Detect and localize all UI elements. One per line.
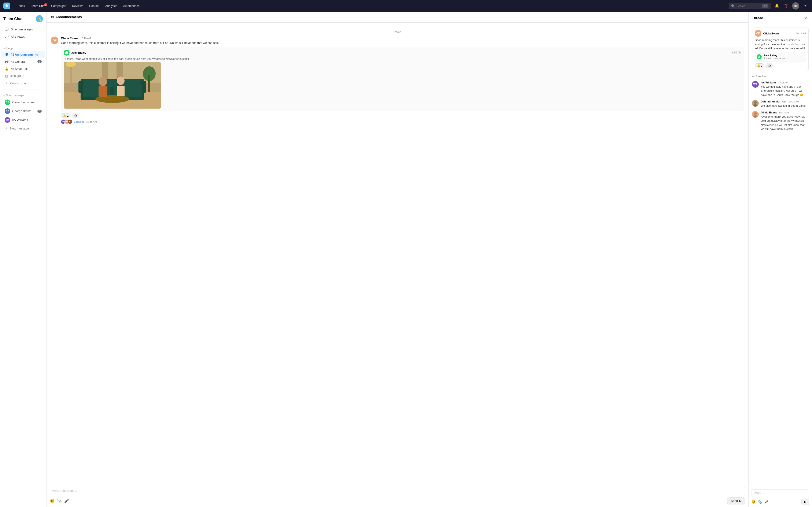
sidebar-groups-section: ▾ Groups 👤 #1 Announcements 👥 #2 General… [0, 45, 46, 88]
george-badge: 3 [38, 110, 42, 113]
johnathan-reply-time: 10:25 AM [789, 100, 799, 103]
thread-attachment-button[interactable]: 📎 [758, 500, 762, 504]
nav-team-chat[interactable]: Team Chat 2 [28, 3, 48, 9]
search-input[interactable] [737, 4, 760, 8]
johnathan-thread-avatar [752, 100, 759, 107]
message-author: Olivia Evans [61, 37, 79, 40]
thread-panel-header: Thread ✕ [749, 12, 812, 24]
sidebar-item-announcements[interactable]: 👤 #1 Announcements [1, 51, 45, 58]
quoted-image [64, 62, 161, 109]
ivy-reply-time: 10:16 AM [778, 81, 788, 84]
sidebar: Team Chat ✏️ 💬 Direct messages 💭 All thr… [0, 12, 47, 507]
audio-button[interactable]: 🎤 [64, 499, 69, 503]
svg-point-0 [5, 4, 8, 7]
sidebar-item-new-message[interactable]: ＋ New message [1, 124, 45, 132]
thread-reaction-count: 2 [761, 64, 762, 67]
sidebar-item-all-threads[interactable]: 💭 All threads [1, 33, 45, 40]
thread-reply-input[interactable]: Reply ... [752, 490, 809, 497]
compose-button[interactable]: ✏️ [36, 15, 43, 22]
johnathan-reply-name: Johnathan Morrison [761, 100, 787, 103]
quoted-message: Jack Bailey 9:55 AM Hi there, I was wond… [61, 47, 744, 111]
sidebar-groups-header[interactable]: ▾ Groups [0, 45, 46, 51]
nav-inbox[interactable]: Inbox [15, 3, 28, 9]
sidebar-header: Team Chat ✏️ [0, 12, 46, 25]
sidebar-dm-ivy[interactable]: IW Ivy Williams [1, 116, 45, 124]
olivia-reply-time: 10:38 AM [779, 111, 789, 114]
thread-thumbsup-emoji: 👍 [757, 64, 760, 67]
nav-contact[interactable]: Contact [87, 3, 102, 9]
ivy-avatar: IW [5, 117, 10, 123]
sidebar-dm-header[interactable]: ▾ Direct messages [0, 92, 46, 98]
sidebar-item-small-talk[interactable]: 🔒 #3 Small Talk [1, 65, 45, 72]
thread-reply-olivia: Olivia Evans 10:38 AM Awesome, thank you… [752, 111, 809, 131]
thread-quoted: Jack Bailey Shared conversation [755, 52, 806, 61]
quoted-text: Hi there, I was wondering if you still h… [64, 57, 742, 60]
sidebar-dm-olivia[interactable]: OE Olivia Evans (You) [1, 98, 45, 107]
thread-wa-icon [757, 54, 762, 59]
thread-original-name: Olivia Evans [763, 32, 779, 35]
nav-campaigns[interactable]: Campaigns [49, 3, 69, 9]
svg-point-20 [143, 66, 156, 81]
thread-time: 10:38 AM [86, 120, 97, 123]
add-reaction-button[interactable]: 🎲 [72, 113, 79, 118]
search-bar[interactable]: 🔍 ⌘K [729, 3, 771, 9]
thread-emoji-button[interactable]: 😊 [752, 500, 756, 504]
chat-toolbar: 😊 📎 🎤 Send ▶ [50, 497, 745, 504]
sidebar-dm-george[interactable]: GB George Brown 3 [1, 107, 45, 116]
emoji-button[interactable]: 😊 [50, 499, 55, 503]
chevron-down-icon: ▾ [3, 47, 5, 50]
thread-avatars: IW OE JM [61, 119, 72, 124]
thread-add-reaction-button[interactable]: 🎲 [765, 63, 773, 68]
svg-rect-17 [70, 64, 72, 86]
johnathan-reply-text: We also have two left in South Bank! [761, 104, 809, 108]
ivy-reply-text: Yes we definitely have one in our Shored… [761, 85, 809, 97]
notifications-button[interactable]: 🔔 [773, 3, 780, 9]
ivy-thread-avatar: WA [752, 81, 759, 88]
nav-analytics[interactable]: Analytics [103, 3, 120, 9]
svg-point-25 [754, 112, 757, 115]
sidebar-item-direct-messages[interactable]: 💬 Direct messages [1, 26, 45, 33]
thread-thumbsup-reaction[interactable]: 👍 2 [755, 63, 764, 68]
app-logo[interactable] [3, 3, 10, 9]
thread-quoted-sub: Shared conversation [763, 57, 785, 60]
thread-close-button[interactable]: ✕ [803, 15, 809, 21]
nav-automations[interactable]: Automations [120, 3, 142, 9]
sidebar-item-create-group[interactable]: ＋ Create group [1, 79, 45, 87]
replies-label: ↩ 3 replies [752, 74, 809, 78]
sidebar-item-join-group[interactable]: 👥 Join group [1, 72, 45, 79]
thread-quoted-info: Jack Bailey Shared conversation [763, 54, 785, 60]
whatsapp-icon [64, 50, 69, 56]
send-button[interactable]: Send ▶ [727, 497, 745, 504]
thread-original-text: Good morning team, this customer is aski… [755, 38, 806, 51]
help-button[interactable]: ❓ [783, 3, 790, 9]
thread-audio-button[interactable]: 🎤 [764, 500, 768, 504]
send-icon: ▶ [739, 499, 742, 503]
attachment-button[interactable]: 📎 [57, 499, 62, 503]
group-icon: 👤 [5, 53, 9, 56]
olivia-reply-content: Olivia Evans 10:38 AM Awesome, thank you… [761, 111, 809, 131]
nav-reviews[interactable]: Reviews [69, 3, 86, 9]
thread-send-icon: ▶ [804, 500, 806, 503]
thread-reply-ivy: WA Ivy Williams 10:16 AM Yes we definite… [752, 81, 809, 97]
quoted-time: 9:55 AM [732, 51, 742, 54]
message-input-placeholder[interactable]: Write a message ... [50, 487, 745, 495]
user-menu-chevron[interactable]: ▼ [802, 3, 809, 9]
chat-messages: Today OE Olivia Evans 10:10 AM Good morn… [47, 22, 748, 484]
topnav-right: 🔍 ⌘K 🔔 ❓ OE ▼ [729, 2, 809, 9]
olivia-reply-text: Awesome, thank you guys. Wow, we sold ou… [761, 115, 809, 131]
thread-send-button[interactable]: ▶ [801, 499, 809, 505]
thread-quoted-name: Jack Bailey [763, 54, 785, 57]
johnathan-reply-header: Johnathan Morrison 10:25 AM [761, 100, 809, 103]
thumbsup-reaction[interactable]: 👍 2 [61, 113, 70, 118]
general-badge: 5 [38, 60, 42, 63]
replies-arrow-icon: ↩ [752, 74, 755, 78]
message-row: OE Olivia Evans 10:10 AM Good morning te… [51, 37, 744, 124]
user-avatar[interactable]: OE [792, 2, 799, 9]
sidebar-item-general[interactable]: 👥 #2 General 5 [1, 58, 45, 65]
thread-replies-link[interactable]: 3 replies [74, 120, 84, 123]
thumbsup-emoji: 👍 [63, 114, 66, 117]
thread-avatar-jm: JM [68, 119, 72, 124]
couch-illustration [64, 62, 161, 109]
thread-panel-title: Thread [752, 16, 763, 20]
svg-point-13 [99, 77, 107, 86]
